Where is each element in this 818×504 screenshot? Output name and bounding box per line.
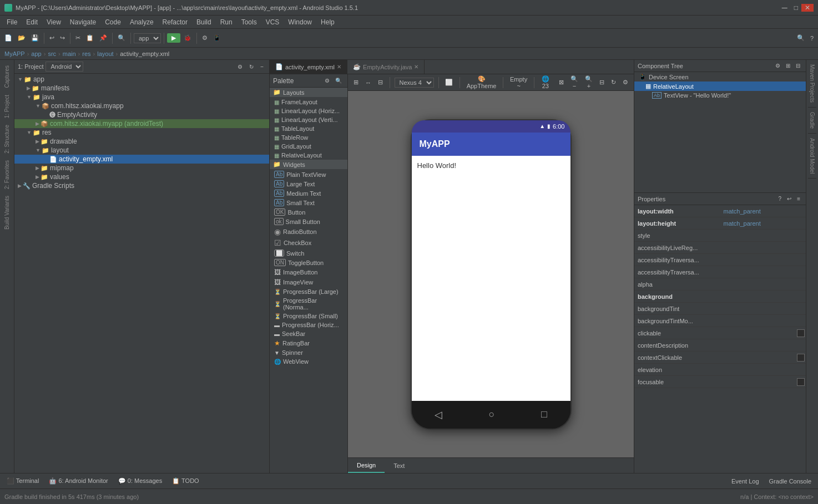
tree-item-app[interactable]: ▼ 📁 app [14,75,269,84]
toolbar-undo[interactable]: ↩ [47,33,57,43]
tab-design[interactable]: Design [348,458,385,473]
android-monitor-btn[interactable]: 🤖 6: Android Monitor [44,476,112,486]
locale-btn[interactable]: Empty ~ [508,75,529,90]
tree-item-mipmap[interactable]: ▶ 📁 mipmap [14,164,269,172]
sidebar-maven[interactable]: Maven Projects [808,60,816,108]
todo-btn[interactable]: 📋 TODO [168,476,203,486]
device-select[interactable]: Nexus 4 [395,78,434,88]
toggle-both-btn[interactable]: ⊟ [376,78,385,87]
palette-item-radiobutton[interactable]: ◉ RadioButton [270,226,347,237]
tree-item-layout[interactable]: ▼ 📁 layout [14,146,269,155]
properties-help[interactable]: ? [776,195,784,203]
sidebar-favorites[interactable]: 2: Favorites [3,157,11,192]
zoom-in-btn[interactable]: 🔍+ [583,74,595,90]
debug-button[interactable]: 🐞 [181,33,194,43]
app-module-select[interactable]: app [134,33,161,43]
tab-close-java[interactable]: ✕ [414,64,418,70]
menu-analyze[interactable]: Analyze [125,17,158,27]
breadcrumb-src[interactable]: src [48,50,56,57]
menu-run[interactable]: Run [216,17,237,27]
tree-item-res[interactable]: ▼ 📁 res [14,128,269,137]
palette-item-switch[interactable]: ⬜ Switch [270,248,347,258]
palette-item-tablerow[interactable]: ▦ TableRow [270,133,347,142]
refresh-btn[interactable]: ↻ [609,78,618,87]
breadcrumb-file[interactable]: activity_empty.xml [120,50,169,57]
component-tree-collapse[interactable]: ⊟ [794,62,802,70]
palette-item-progressbar-normal[interactable]: ⏳ ProgressBar (Norma... [270,296,347,312]
sidebar-build-variants[interactable]: Build Variants [3,192,11,233]
palette-item-ratingbar[interactable]: ★ RatingBar [270,338,347,348]
tree-item-gradle-scripts[interactable]: ▶ 🔧 Gradle Scripts [14,181,269,190]
avd-manager-btn[interactable]: 📱 [211,33,223,43]
palette-item-imageview[interactable]: 🖼 ImageView [270,277,347,287]
palette-item-linearlayout-v[interactable]: ▦ LinearLayout (Verti... [270,115,347,124]
menu-file[interactable]: File [2,17,22,27]
palette-item-button[interactable]: OK Button [270,207,347,217]
palette-item-spinner[interactable]: ▼ Spinner [270,348,347,357]
tab-activity-empty-xml[interactable]: 📄 activity_empty.xml ✕ [270,60,347,74]
palette-item-webview[interactable]: 🌐 WebView [270,357,347,366]
palette-item-seekbar[interactable]: ▬ SeekBar [270,329,347,338]
component-item-textview[interactable]: Ab TextView - "Hello World!" [634,91,806,100]
api-level-btn[interactable]: 🌐 23 [539,74,552,90]
project-settings-btn[interactable]: ⚙ [235,63,245,71]
menu-help[interactable]: Help [316,17,339,27]
palette-item-imagebutton[interactable]: 🖼 ImageButton [270,267,347,277]
component-item-device-screen[interactable]: 📱 Device Screen [634,72,806,82]
tree-item-package-test[interactable]: ▶ 📦 com.hitsz.xiaokai.myapp (androidTest… [14,119,269,128]
palette-item-framelayout[interactable]: ▦ FrameLayout [270,98,347,106]
gradle-console-btn[interactable]: Gradle Console [765,477,816,486]
tab-empty-activity-java[interactable]: ☕ EmptyActivity.java ✕ [347,60,425,74]
sidebar-captures[interactable]: Captures [3,62,11,91]
menu-refactor[interactable]: Refactor [158,17,192,27]
project-sync-btn[interactable]: ↻ [247,63,256,71]
breadcrumb-main[interactable]: main [63,50,76,57]
menu-view[interactable]: View [42,17,65,27]
orientation-btn[interactable]: ⬜ [443,78,455,87]
menu-code[interactable]: Code [100,17,125,27]
help-btn[interactable]: ? [808,34,816,43]
tree-item-activity-empty-xml[interactable]: ▶ 📄 activity_empty.xml [14,155,269,164]
event-log-btn[interactable]: Event Log [727,477,764,486]
breadcrumb-app[interactable]: app [31,50,41,57]
tree-item-package-main[interactable]: ▼ 📦 com.hitsz.xiaokai.myapp [14,101,269,110]
zoom-actual-btn[interactable]: ⊟ [597,78,607,87]
tab-close-xml[interactable]: ✕ [337,64,341,70]
sidebar-project[interactable]: 1: Project [3,91,11,121]
toolbar-cut[interactable]: ✂ [73,33,83,43]
toolbar-save[interactable]: 💾 [29,33,41,43]
focusable-checkbox[interactable] [797,378,805,386]
palette-item-relativelayout[interactable]: ▦ RelativeLayout [270,151,347,160]
tree-item-manifests[interactable]: ▶ 📁 manifests [14,84,269,93]
breadcrumb-layout[interactable]: layout [97,50,113,57]
menu-build[interactable]: Build [192,17,216,27]
breadcrumb-myapp[interactable]: MyAPP [4,50,25,57]
palette-item-large-text[interactable]: Ab Large Text [270,179,347,189]
toolbar-open[interactable]: 📂 [16,33,28,43]
project-collapse-btn[interactable]: − [258,63,266,71]
zoom-fit-btn[interactable]: ⊠ [557,78,566,87]
context-clickable-checkbox[interactable] [797,354,805,362]
tab-text[interactable]: Text [385,458,413,473]
palette-item-linearlayout-h[interactable]: ▦ LinearLayout (Horiz... [270,106,347,115]
breadcrumb-res[interactable]: res [82,50,90,57]
menu-vcs[interactable]: VCS [261,17,284,27]
palette-item-small-text[interactable]: Ab Small Text [270,198,347,207]
sidebar-gradle[interactable]: Gradle [808,108,816,134]
menu-navigate[interactable]: Navigate [65,17,100,27]
toolbar-redo[interactable]: ↪ [58,33,67,43]
properties-undo[interactable]: ↩ [785,195,794,203]
palette-search-btn[interactable]: 🔍 [333,77,344,85]
project-view-dropdown[interactable]: Android [46,62,83,72]
palette-item-checkbox[interactable]: ☑ CheckBox [270,237,347,248]
toggle-blueprint-btn[interactable]: ↔ [363,78,373,87]
palette-settings-btn[interactable]: ⚙ [322,77,332,85]
menu-tools[interactable]: Tools [237,17,261,27]
menu-edit[interactable]: Edit [22,17,42,27]
tree-item-java[interactable]: ▼ 📁 java [14,93,269,101]
toolbar-copy[interactable]: 📋 [84,33,96,43]
minimize-btn[interactable]: ─ [779,3,791,12]
menu-window[interactable]: Window [284,17,316,27]
component-tree-settings[interactable]: ⚙ [773,62,782,70]
palette-item-progressbar-small[interactable]: ⏳ ProgressBar (Small) [270,312,347,320]
